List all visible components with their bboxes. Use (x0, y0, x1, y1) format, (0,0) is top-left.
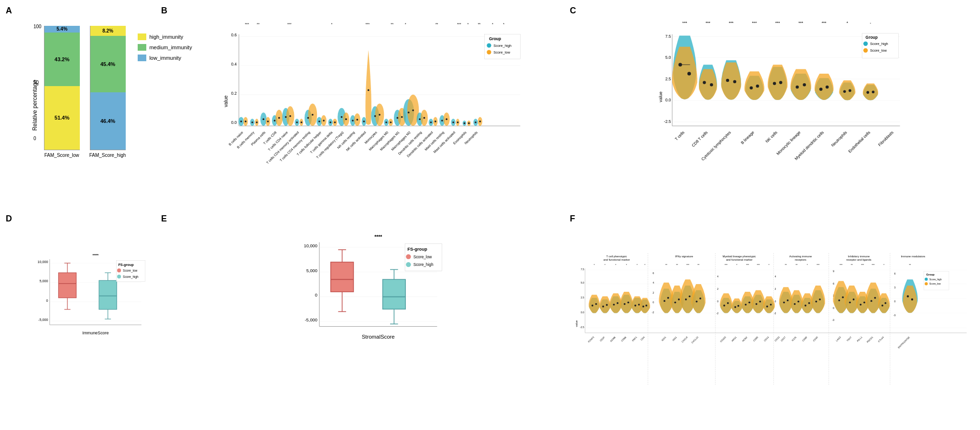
svg-point-172 (819, 88, 823, 91)
violin-f-cd40 (811, 286, 825, 313)
svg-point-331 (749, 301, 751, 303)
svg-point-335 (770, 304, 772, 306)
svg-point-350 (815, 301, 817, 303)
svg-point-87 (419, 118, 421, 120)
svg-text:FOXP3: FOXP3 (588, 336, 595, 343)
violin-f-entpd1 (902, 279, 917, 313)
svg-text:4: 4 (717, 275, 719, 278)
violin-c-cd8t (699, 65, 717, 99)
svg-text:2: 2 (717, 287, 719, 290)
b-y-label: value (223, 95, 229, 107)
svg-point-176 (867, 91, 870, 94)
svg-point-366 (860, 304, 861, 306)
svg-point-291 (606, 304, 608, 306)
violin-t-fol-helper (316, 115, 327, 126)
violin-mast-rest (439, 112, 449, 126)
svg-text:LAG3: LAG3 (836, 336, 841, 342)
svg-text:2.5: 2.5 (581, 296, 584, 299)
panel-b: B value 0.6 0.4 0.2 0.0 *** ** *** * ***… (160, 5, 566, 210)
panel-d-label: D (6, 214, 12, 224)
svg-text:CD14: CD14 (763, 336, 769, 342)
svg-text:T cells CD4 naive: T cells CD4 naive (268, 131, 289, 152)
svg-point-164 (726, 79, 730, 82)
svg-text:CD8B: CD8B (621, 336, 627, 342)
svg-text:0: 0 (315, 293, 317, 298)
svg-text:3: 3 (894, 286, 896, 289)
svg-text:***: *** (798, 21, 804, 25)
panel-f-chart: T cell phenotypic and functional marker … (571, 220, 973, 418)
violin-f-cd8b (620, 292, 633, 313)
svg-text:*: * (769, 264, 770, 266)
svg-text:-2.5: -2.5 (664, 119, 671, 124)
svg-text:2: 2 (774, 287, 776, 290)
svg-point-48 (307, 117, 309, 119)
svg-point-68 (368, 89, 370, 91)
bar-seg-med-2: 45.4% (90, 36, 126, 92)
svg-text:*: * (644, 264, 645, 266)
svg-text:***: *** (706, 21, 711, 25)
svg-text:5,000: 5,000 (39, 279, 48, 283)
svg-text:IDO1: IDO1 (661, 336, 667, 342)
bar-group-1: 51.4% 43.2% 5.4% FAM_Score_low (44, 26, 80, 158)
svg-text:-2: -2 (716, 312, 719, 315)
svg-point-135 (487, 50, 491, 54)
svg-point-37 (278, 117, 280, 119)
svg-point-67 (363, 121, 365, 122)
svg-text:**: ** (257, 22, 260, 26)
violin-plasma-cells (261, 112, 271, 126)
violin-c-nk (768, 65, 788, 100)
svg-point-95 (441, 120, 443, 121)
legend-color-low (138, 55, 146, 61)
violin-mac-m2 (403, 95, 419, 126)
svg-point-24 (240, 121, 242, 122)
svg-text:CD8 T cells: CD8 T cells (691, 130, 709, 148)
svg-point-76 (390, 121, 392, 123)
svg-point-177 (872, 90, 875, 93)
svg-point-169 (779, 81, 783, 84)
svg-text:-2: -2 (774, 312, 776, 315)
svg-point-327 (727, 302, 729, 304)
svg-point-79 (397, 117, 399, 119)
svg-text:receptor and ligands: receptor and ligands (846, 258, 871, 261)
svg-point-171 (803, 83, 806, 87)
svg-point-173 (826, 86, 829, 89)
svg-point-25 (245, 121, 247, 122)
legend-color-medium (138, 44, 146, 51)
svg-text:***: *** (757, 264, 760, 266)
svg-point-103 (464, 122, 466, 124)
violin-c-mono (790, 69, 811, 100)
svg-text:Score_high: Score_high (929, 278, 942, 281)
svg-point-92 (435, 121, 436, 122)
svg-text:Group: Group (866, 35, 878, 40)
svg-text:CXCL9: CXCL9 (681, 336, 688, 343)
svg-point-298 (642, 306, 644, 308)
svg-point-96 (446, 118, 447, 120)
violin-f-arg1 (731, 298, 742, 313)
svg-text:**: ** (785, 264, 787, 266)
svg-text:and functional marker: and functional marker (726, 258, 753, 261)
svg-text:*: * (503, 22, 504, 26)
bar-seg-low-2: 46.4% (90, 92, 126, 150)
svg-point-29 (256, 121, 258, 123)
svg-point-133 (487, 43, 491, 47)
svg-text:ImmuneScore: ImmuneScore (82, 331, 109, 335)
svg-point-53 (323, 120, 325, 121)
svg-text:0.0: 0.0 (665, 98, 671, 102)
svg-point-326 (723, 305, 725, 307)
svg-point-316 (699, 298, 701, 299)
svg-point-99 (452, 121, 454, 123)
svg-text:CD86: CD86 (753, 336, 759, 342)
svg-text:***: *** (682, 21, 687, 25)
svg-text:Score_high: Score_high (123, 275, 139, 279)
svg-text:Immune modulators: Immune modulators (901, 255, 925, 258)
svg-point-332 (755, 303, 757, 305)
svg-point-296 (634, 305, 636, 307)
y-axis-label-a: Relative percentage (32, 80, 38, 131)
svg-text:0: 0 (894, 300, 896, 303)
b-x-labels: B cells naive B cells memory Plasma cell… (228, 131, 479, 165)
svg-text:Fibroblasts: Fibroblasts (877, 130, 894, 147)
svg-text:Inhibitory immune: Inhibitory immune (848, 255, 870, 258)
svg-text:**: ** (676, 264, 678, 266)
svg-text:*: * (883, 264, 884, 266)
svg-point-40 (285, 116, 287, 118)
